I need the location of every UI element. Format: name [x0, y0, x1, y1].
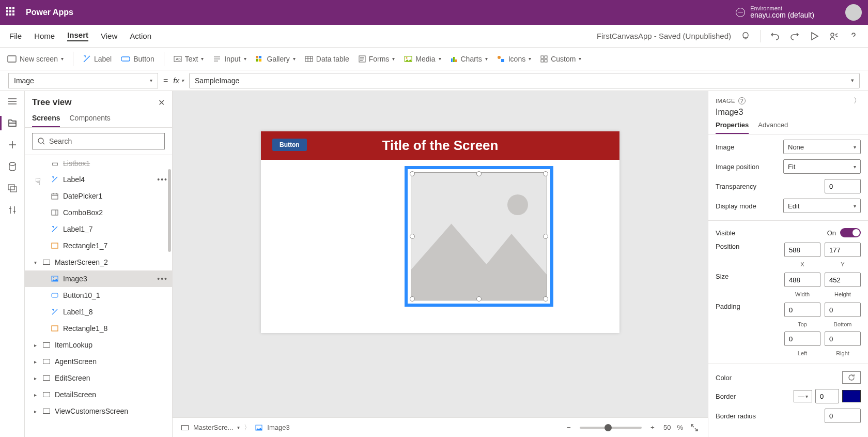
- more-icon[interactable]: •••: [157, 175, 168, 184]
- prop-color-picker[interactable]: [842, 371, 861, 384]
- play-icon[interactable]: [809, 31, 819, 41]
- tree-node-label4[interactable]: Label4•••: [25, 171, 172, 188]
- chevron-right-icon[interactable]: 〉: [854, 96, 861, 106]
- tree-node-combobox2[interactable]: ComboBox2: [25, 204, 172, 221]
- selected-image-control[interactable]: [405, 166, 553, 307]
- undo-icon[interactable]: [770, 31, 780, 41]
- insert-media-menu[interactable]: Media▾: [404, 55, 441, 63]
- insert-datatable-button[interactable]: Data table: [305, 55, 349, 63]
- redo-icon[interactable]: [789, 31, 800, 41]
- more-icon[interactable]: •••: [157, 275, 168, 283]
- fx-icon[interactable]: fx▾: [173, 76, 184, 85]
- prop-border-color[interactable]: [842, 390, 861, 402]
- tab-components[interactable]: Components: [69, 114, 110, 127]
- insert-label-button[interactable]: Label: [83, 55, 112, 63]
- prop-displaymode-select[interactable]: Edit▾: [783, 199, 861, 213]
- control-name[interactable]: Image3: [716, 108, 861, 117]
- scrollbar[interactable]: [168, 169, 171, 252]
- insert-gallery-menu[interactable]: Gallery▾: [256, 55, 296, 63]
- prop-pad-bottom[interactable]: [825, 303, 861, 317]
- breadcrumb[interactable]: MasterScre... ▾ 〉 Image3: [181, 423, 290, 432]
- chevron-down-icon[interactable]: ▾: [32, 260, 38, 265]
- resize-handle[interactable]: [543, 296, 548, 302]
- new-screen-button[interactable]: New screen▾: [7, 55, 64, 63]
- breadcrumb-control[interactable]: Image3: [267, 424, 289, 431]
- tools-icon[interactable]: [7, 205, 18, 215]
- tree-node-masterscreen2[interactable]: ▾MasterScreen_2: [25, 254, 172, 270]
- tree-node-label1-8[interactable]: Label1_8: [25, 304, 172, 320]
- tree-list[interactable]: ▭Listbox1 Label4••• DatePicker1 ComboBox…: [25, 155, 172, 437]
- menu-insert[interactable]: Insert: [67, 31, 88, 41]
- hamburger-icon[interactable]: [7, 96, 18, 107]
- insert-input-menu[interactable]: Input▾: [213, 55, 246, 63]
- menu-view[interactable]: View: [101, 32, 117, 40]
- prop-pad-right[interactable]: [825, 331, 861, 346]
- tree-node-itemlookup[interactable]: ▸ItemLookup: [25, 337, 172, 353]
- prop-pos-x[interactable]: [784, 243, 820, 257]
- resize-handle[interactable]: [410, 296, 415, 302]
- close-icon[interactable]: ✕: [158, 98, 165, 108]
- prop-image-select[interactable]: None▾: [783, 140, 861, 154]
- menu-home[interactable]: Home: [34, 32, 55, 40]
- help-icon[interactable]: [848, 31, 859, 41]
- tab-advanced[interactable]: Advanced: [758, 121, 788, 134]
- tree-node-image3[interactable]: Image3•••: [25, 270, 172, 287]
- tab-properties[interactable]: Properties: [716, 121, 749, 134]
- data-icon[interactable]: [7, 161, 18, 172]
- resize-handle[interactable]: [543, 234, 548, 239]
- tree-node-editscreen[interactable]: ▸EditScreen: [25, 370, 172, 386]
- prop-borderradius-input[interactable]: [825, 409, 861, 423]
- zoom-in-button[interactable]: +: [648, 423, 657, 432]
- prop-imagepos-select[interactable]: Fit▾: [783, 159, 861, 174]
- tree-view-icon[interactable]: [7, 118, 18, 128]
- tree-node-listbox1[interactable]: ▭Listbox1: [25, 155, 172, 171]
- breadcrumb-screen[interactable]: MasterScre...: [193, 424, 233, 431]
- screen-preview[interactable]: Button Title of the Screen: [261, 131, 619, 333]
- resize-handle[interactable]: [476, 171, 482, 176]
- share-icon[interactable]: [829, 31, 839, 41]
- prop-border-width[interactable]: [815, 389, 839, 403]
- tree-node-rectangle1-8[interactable]: Rectangle1_8: [25, 320, 172, 337]
- waffle-icon[interactable]: [6, 7, 17, 18]
- expand-formula-icon[interactable]: ▾: [851, 77, 854, 84]
- tab-screens[interactable]: Screens: [32, 114, 60, 127]
- tree-node-agentscreen[interactable]: ▸AgentScreen: [25, 353, 172, 370]
- tree-node-rectangle1-7[interactable]: Rectangle1_7: [25, 237, 172, 254]
- menu-action[interactable]: Action: [130, 32, 151, 40]
- tree-node-button10-1[interactable]: Button10_1: [25, 287, 172, 304]
- prop-border-style[interactable]: — ▾: [794, 390, 812, 402]
- resize-handle[interactable]: [476, 296, 482, 302]
- insert-icons-menu[interactable]: Icons▾: [497, 55, 531, 63]
- prop-pos-y[interactable]: [825, 243, 861, 257]
- insert-custom-menu[interactable]: Custom▾: [540, 55, 581, 63]
- canvas-area[interactable]: Button Title of the Screen: [173, 91, 708, 437]
- resize-handle[interactable]: [543, 171, 548, 176]
- prop-pad-top[interactable]: [784, 303, 820, 317]
- tree-node-detailscreen[interactable]: ▸DetailScreen: [25, 386, 172, 403]
- prop-visible-toggle[interactable]: [840, 228, 861, 237]
- resize-handle[interactable]: [410, 234, 415, 239]
- zoom-slider[interactable]: [580, 427, 642, 429]
- insert-charts-menu[interactable]: Charts▾: [451, 55, 488, 63]
- tree-node-label1-7[interactable]: Label1_7: [25, 221, 172, 237]
- prop-size-h[interactable]: [825, 273, 861, 287]
- zoom-out-button[interactable]: −: [564, 423, 574, 432]
- tree-node-viewcustomers[interactable]: ▸ViewCustomersScreen: [25, 403, 172, 419]
- avatar[interactable]: [845, 4, 862, 21]
- prop-pad-left[interactable]: [784, 331, 820, 346]
- resize-handle[interactable]: [410, 171, 415, 176]
- formula-input[interactable]: SampleImage▾: [189, 73, 860, 88]
- search-input[interactable]: Search: [32, 133, 165, 149]
- canvas-button[interactable]: Button: [272, 139, 307, 151]
- tree-node-datepicker1[interactable]: DatePicker1: [25, 188, 172, 204]
- insert-button[interactable]: Button: [121, 55, 154, 63]
- prop-transparency-input[interactable]: [825, 179, 861, 193]
- app-checker-icon[interactable]: [740, 31, 751, 41]
- menu-file[interactable]: File: [9, 32, 22, 40]
- prop-size-w[interactable]: [784, 273, 820, 287]
- chevron-right-icon[interactable]: ▸: [32, 342, 38, 348]
- help-icon[interactable]: ?: [738, 97, 746, 104]
- add-icon[interactable]: [7, 140, 18, 150]
- media-rail-icon[interactable]: [7, 183, 18, 193]
- insert-text-menu[interactable]: AbText▾: [174, 55, 204, 63]
